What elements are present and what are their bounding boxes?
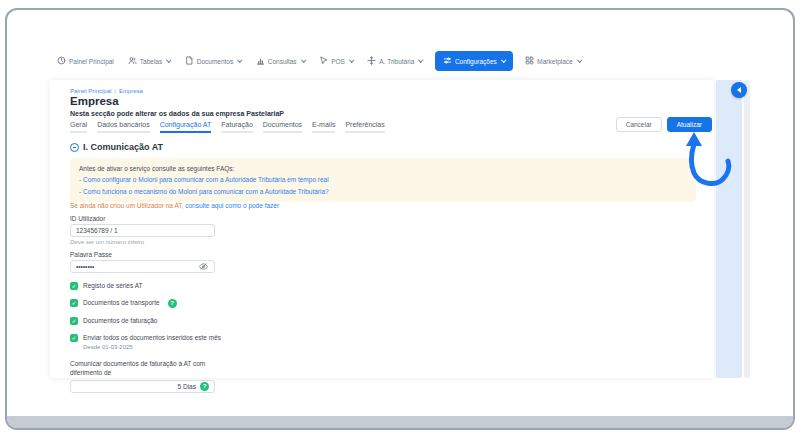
chevron-down-icon (237, 58, 242, 63)
checkbox-label: Enviar todos os documentos inseridos est… (83, 334, 221, 342)
at-config-form: Se ainda não criou um Utilizador na AT, … (70, 202, 450, 393)
cancel-button[interactable]: Cancelar (616, 117, 662, 132)
id-user-input[interactable]: 123456789 / 1 (70, 224, 215, 237)
deferral-input[interactable]: 5 Dias ? (70, 380, 215, 393)
nav-label: Configurações (455, 58, 497, 65)
nav-label: Documentos (197, 58, 234, 65)
minus-circle-icon[interactable] (70, 143, 79, 152)
document-icon (185, 56, 194, 66)
password-value: •••••••• (76, 263, 94, 270)
nav-configuracoes[interactable]: Configurações (435, 51, 513, 71)
breadcrumb-parent-link[interactable]: Painel Principal (70, 88, 111, 94)
nav-label: Marketplace (537, 58, 572, 65)
checkbox-label: Documentos de transporte (83, 299, 160, 307)
app-window: Painel Principal Tabelas Documentos Cons… (5, 8, 795, 430)
clock-icon (57, 56, 66, 66)
nav-pos[interactable]: POS (317, 52, 355, 70)
side-panel-strip (716, 80, 742, 378)
faq-notice: Antes de ativar o serviço consulte as se… (70, 158, 696, 202)
checkbox-row-series-at: Registo de séries AT (70, 282, 450, 290)
id-user-helper: Deve ser um número inteiro (70, 239, 450, 245)
scrollbar[interactable] (744, 80, 750, 378)
nav-label: Consultas (268, 58, 297, 65)
tab-preferencias[interactable]: Preferências (345, 121, 384, 133)
tab-configuracao-at[interactable]: Configuração AT (160, 121, 212, 133)
checkbox-series-at[interactable] (70, 282, 78, 290)
eye-off-icon[interactable] (198, 262, 209, 271)
tab-faturacao[interactable]: Faturação (221, 121, 253, 133)
sliders-icon (443, 56, 452, 66)
nav-label: A. Tributária (379, 58, 414, 65)
deferral-value: 5 Dias (178, 383, 196, 390)
nav-a-tributaria[interactable]: A. Tributária (365, 52, 425, 70)
tab-documentos[interactable]: Documentos (263, 121, 302, 133)
checkbox-row-enviar-todos: Enviar todos os documentos inseridos est… (70, 334, 450, 342)
at-user-note: Se ainda não criou um Utilizador na AT, … (70, 202, 450, 209)
nav-label: POS (331, 58, 345, 65)
tab-emails[interactable]: E-mails (312, 121, 335, 133)
chevron-down-icon (349, 58, 354, 63)
checkbox-date-note: Desde 01-03-2025 (83, 344, 450, 350)
checkbox-row-faturacao: Documentos de faturação (70, 317, 450, 325)
faq-link-configurar[interactable]: - Como configurar o Moloni para comunica… (79, 174, 687, 185)
chevron-down-icon (301, 58, 306, 63)
nav-tabelas[interactable]: Tabelas (126, 52, 173, 70)
checkbox-label: Documentos de faturação (83, 317, 157, 325)
form-actions: Cancelar Atualizar (616, 117, 712, 132)
pointer-icon (319, 56, 328, 66)
checkbox-transporte[interactable] (70, 299, 78, 307)
nav-consultas[interactable]: Consultas (254, 52, 307, 70)
users-icon (128, 56, 137, 66)
nav-label: Painel Principal (69, 58, 114, 65)
help-badge[interactable]: ? (168, 299, 177, 308)
window-bottom-bezel (7, 416, 793, 428)
password-input[interactable]: •••••••• (70, 260, 215, 273)
password-label: Palavra Passe (70, 251, 450, 258)
collapse-panel-button[interactable] (731, 82, 747, 98)
bar-chart-icon (256, 56, 265, 66)
breadcrumb-current-link[interactable]: Empresa (119, 88, 143, 94)
deferral-label: Comunicar documentos de faturação à AT c… (70, 359, 220, 377)
chevron-down-icon (166, 58, 171, 63)
grid-icon (525, 56, 534, 66)
faq-link-mecanismo[interactable]: - Como funciona o mecanismo do Moloni pa… (79, 186, 687, 197)
chevron-down-icon (577, 58, 582, 63)
nav-label: Tabelas (140, 58, 162, 65)
at-user-note-link[interactable]: consulte aqui como o pode fazer (185, 202, 279, 209)
chevron-down-icon (419, 58, 424, 63)
breadcrumb: Painel Principal|Empresa (70, 88, 143, 94)
checkbox-label: Registo de séries AT (83, 282, 143, 290)
nav-documentos[interactable]: Documentos (183, 52, 244, 70)
tab-geral[interactable]: Geral (70, 121, 87, 133)
page-title: Empresa (70, 95, 119, 107)
section-header[interactable]: I. Comunicação AT (70, 142, 163, 152)
content-card: Painel Principal|Empresa Empresa Nesta s… (50, 80, 714, 378)
main-nav: Painel Principal Tabelas Documentos Cons… (55, 50, 583, 72)
tab-dados-bancarios[interactable]: Dados bancários (97, 121, 150, 133)
checkbox-enviar-todos[interactable] (70, 334, 78, 342)
company-name: PastelariaP (246, 110, 284, 117)
chevron-left-icon (737, 87, 741, 93)
page-subtitle: Nesta secção pode alterar os dados da su… (70, 110, 284, 117)
move-icon (367, 56, 376, 66)
checkbox-row-transporte: Documentos de transporte ? (70, 299, 450, 308)
settings-tabs: Geral Dados bancários Configuração AT Fa… (70, 121, 385, 133)
nav-painel-principal[interactable]: Painel Principal (55, 52, 116, 70)
nav-marketplace[interactable]: Marketplace (523, 52, 583, 70)
help-badge[interactable]: ? (200, 382, 209, 391)
update-button[interactable]: Atualizar (667, 117, 712, 132)
section-title: I. Comunicação AT (83, 142, 163, 152)
notice-intro: Antes de ativar o serviço consulte as se… (79, 165, 234, 172)
id-user-label: ID Utilizador (70, 215, 450, 222)
checkbox-faturacao[interactable] (70, 317, 78, 325)
chevron-down-icon (501, 58, 506, 63)
breadcrumb-separator: | (114, 88, 116, 94)
